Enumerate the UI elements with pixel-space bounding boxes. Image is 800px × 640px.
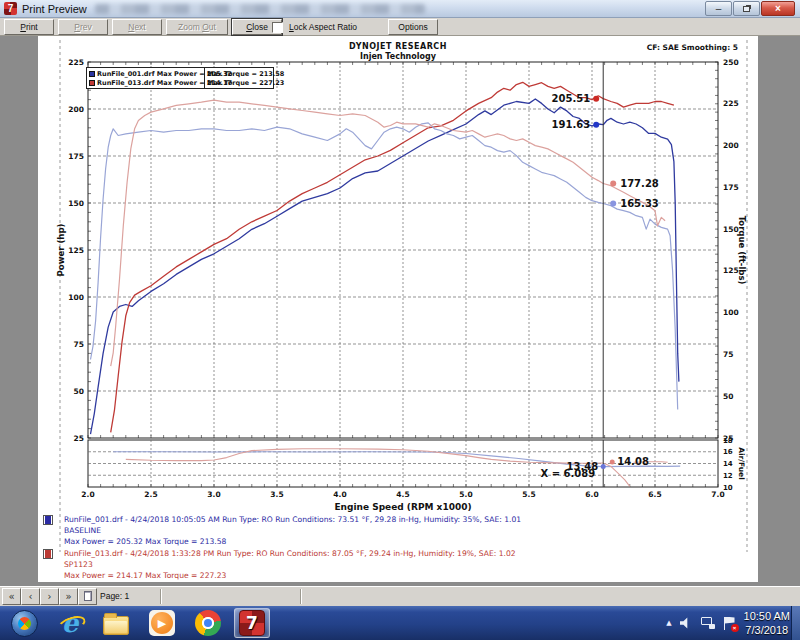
- preview-area: DYNOJET RESEARCH Injen Technology CF: SA…: [0, 36, 800, 586]
- af-axis-tick: 12: [723, 472, 733, 480]
- clock-date: 7/3/2018: [744, 623, 790, 637]
- taskbar-clock[interactable]: 10:50 AM 7/3/2018: [744, 609, 790, 637]
- torque-axis-tick: 250: [723, 58, 739, 67]
- lock-aspect-checkbox[interactable]: [272, 22, 283, 33]
- title-bar[interactable]: 7 Print Preview – ×: [0, 0, 800, 18]
- windows-orb-icon: [11, 610, 38, 637]
- restore-button[interactable]: [733, 1, 760, 16]
- taskbar-item-media-player[interactable]: ▶: [144, 608, 180, 638]
- next-button[interactable]: Next: [112, 19, 162, 35]
- power-axis-tick: 125: [68, 246, 84, 255]
- rpm-axis-tick: 3.0: [207, 490, 220, 499]
- clock-time: 10:50 AM: [744, 609, 790, 623]
- power-axis-tick: 75: [74, 340, 84, 349]
- rpm-axis-tick: 7.0: [711, 490, 724, 499]
- cursor-dot: [610, 181, 616, 187]
- af-axis-tick: 16: [723, 448, 733, 456]
- cursor-dot: [593, 96, 599, 102]
- dyno-chart: 2550751001251501752002252550751001251501…: [38, 36, 758, 582]
- first-page-button[interactable]: «: [2, 588, 21, 605]
- status-bar: « ‹ › » Page: 1: [0, 586, 800, 606]
- legend-row: RunFile_001.drf Max Power = 205.32: [89, 69, 202, 78]
- airfuel-runfile-013-curve: [126, 449, 603, 463]
- system-tray: ▲ × 10:50 AM 7/3/2018: [666, 606, 790, 640]
- hidden-icons-arrow[interactable]: ▲: [666, 619, 671, 627]
- show-desktop-button[interactable]: [791, 606, 800, 640]
- power-axis-tick: 200: [68, 105, 84, 114]
- torque-axis-label: Torque (ft-lbs): [737, 216, 747, 285]
- power-runfile-001-curve: [91, 99, 679, 434]
- torque-runfile-013-curve: [111, 100, 665, 366]
- minimize-button[interactable]: –: [705, 1, 732, 16]
- taskbar: e ▶ 7 ▲ × 10:50 AM 7/3/2018: [0, 606, 800, 640]
- cursor-dot: [610, 460, 615, 465]
- window-title-redacted: [95, 4, 425, 14]
- torque-axis-tick: 100: [723, 308, 739, 317]
- options-button[interactable]: Options: [388, 19, 438, 35]
- af-axis-tick: 18: [723, 437, 733, 445]
- legend-torque-1: Max Torque = 213.58: [207, 70, 284, 78]
- run1-max: Max Power = 205.32 Max Torque = 213.58: [64, 536, 521, 547]
- taskbar-item-dyno-app-active[interactable]: 7: [234, 608, 270, 638]
- torque-axis-tick: 175: [723, 183, 739, 192]
- torque-axis-tick: 150: [723, 225, 739, 234]
- statusbar-divider: [300, 589, 302, 604]
- print-button[interactable]: Print: [4, 19, 54, 35]
- power-axis-tick: 150: [68, 199, 84, 208]
- legend-row: RunFile_013.drf Max Power = 214.17: [89, 78, 202, 87]
- run1-name: BASELINE: [64, 525, 521, 536]
- rpm-axis-tick: 3.5: [270, 490, 283, 499]
- page-number-label: Page: 1: [100, 591, 129, 601]
- legend-file-1: RunFile_001.drf: [97, 70, 155, 78]
- action-center-flag-icon[interactable]: ×: [723, 617, 736, 630]
- app-icon: 7: [4, 2, 17, 15]
- cursor-value-label: 205.51: [552, 93, 591, 104]
- chrome-icon: [195, 610, 221, 636]
- zoom-out-button[interactable]: Zoom Out: [166, 19, 228, 35]
- power-axis-tick: 225: [68, 58, 84, 67]
- run1-conditions: RunFile_001.drf - 4/24/2018 10:05:05 AM …: [64, 514, 521, 525]
- goto-page-button[interactable]: [78, 588, 97, 605]
- rpm-axis-tick: 5.0: [459, 490, 472, 499]
- torque-runfile-001-curve: [91, 123, 678, 410]
- run2-max: Max Power = 214.17 Max Torque = 227.23: [64, 570, 516, 581]
- prev-button[interactable]: Prev: [58, 19, 108, 35]
- dyno-app-icon: 7: [239, 610, 265, 636]
- cursor-value-label: 165.33: [620, 198, 659, 209]
- next-page-button[interactable]: ›: [40, 588, 59, 605]
- torque-axis-tick: 75: [723, 350, 733, 359]
- legend-swatch-run1: [89, 71, 95, 77]
- cursor-value-label: 14.08: [617, 456, 649, 467]
- last-page-button[interactable]: »: [59, 588, 78, 605]
- power-axis-label: Power (hp): [56, 224, 66, 277]
- power-axis-tick: 175: [68, 152, 84, 161]
- start-button[interactable]: [6, 608, 42, 638]
- x-axis-label: Engine Speed (RPM x1000): [334, 502, 471, 512]
- chart-legend: RunFile_001.drf Max Power = 205.32 RunFi…: [86, 67, 274, 89]
- torque-axis-tick: 50: [723, 392, 733, 401]
- rpm-axis-tick: 6.5: [648, 490, 661, 499]
- taskbar-item-chrome[interactable]: [190, 608, 226, 638]
- folder-icon: [103, 616, 129, 635]
- rpm-axis-tick: 6.0: [585, 490, 598, 499]
- media-player-icon: ▶: [149, 610, 175, 636]
- taskbar-item-file-explorer[interactable]: [98, 608, 134, 638]
- torque-axis-tick: 125: [723, 266, 739, 275]
- cursor-dot: [593, 122, 599, 128]
- run1-swatch: [43, 515, 53, 525]
- legend-swatch-run2: [89, 80, 95, 86]
- run2-conditions: RunFile_013.drf - 4/24/2018 1:33:28 PM R…: [64, 548, 516, 559]
- rpm-axis-tick: 2.0: [81, 490, 94, 499]
- cursor-value-label: 177.28: [620, 178, 659, 189]
- taskbar-item-internet-explorer[interactable]: e: [52, 608, 88, 638]
- close-window-button[interactable]: ×: [761, 1, 795, 16]
- volume-icon[interactable]: [680, 617, 693, 629]
- report-page: DYNOJET RESEARCH Injen Technology CF: SA…: [38, 36, 758, 582]
- rpm-axis-tick: 4.5: [396, 490, 409, 499]
- lock-aspect-label[interactable]: Lock Aspect Ratio: [289, 22, 357, 32]
- power-axis-tick: 25: [74, 434, 84, 443]
- network-icon[interactable]: [701, 617, 715, 629]
- prev-page-button[interactable]: ‹: [21, 588, 40, 605]
- legend-file-2: RunFile_013.drf: [97, 79, 155, 87]
- internet-explorer-icon: e: [62, 610, 79, 636]
